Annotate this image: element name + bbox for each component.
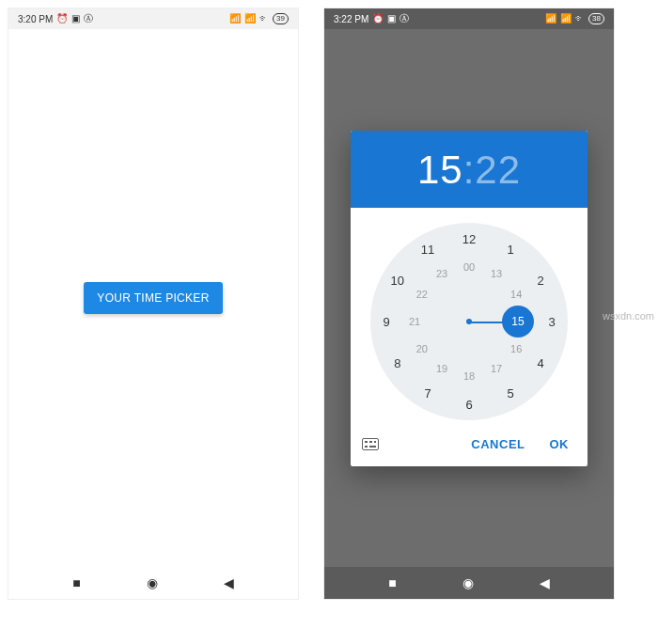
signal2-icon: 📶: [244, 14, 256, 24]
alarm-icon: ⏰: [372, 14, 384, 24]
clock-selected-knob[interactable]: 15: [502, 306, 534, 338]
hour-14[interactable]: 14: [510, 289, 522, 300]
phone-right: 3:22 PM ⏰ ▣ Ⓐ 📶 📶 ᯤ 38 15:22: [323, 8, 615, 600]
battery-icon: 39: [273, 13, 289, 24]
hour-21[interactable]: 21: [409, 316, 420, 327]
dialog-header: 15:22: [351, 131, 588, 208]
hour-22[interactable]: 22: [416, 289, 428, 300]
alarm-icon: ⏰: [56, 14, 68, 24]
hour-5[interactable]: 5: [507, 385, 513, 400]
hour-00[interactable]: 00: [463, 261, 475, 273]
screen-body: 15:22 15 1200113214315416517618719820921…: [324, 29, 614, 567]
status-bar: 3:20 PM ⏰ ▣ Ⓐ 📶 📶 ᯤ 39: [8, 8, 298, 29]
battery-icon: 38: [588, 13, 604, 24]
hour-value[interactable]: 15: [417, 148, 463, 192]
hour-1[interactable]: 1: [507, 243, 513, 257]
status-time: 3:20 PM: [18, 14, 53, 24]
signal-icon: 📶: [229, 14, 241, 24]
hour-9[interactable]: 9: [383, 314, 389, 328]
status-bar: 3:22 PM ⏰ ▣ Ⓐ 📶 📶 ᯤ 38: [324, 8, 614, 29]
signal-icon: 📶: [545, 14, 556, 24]
hour-13[interactable]: 13: [491, 268, 502, 279]
phone-left: 3:20 PM ⏰ ▣ Ⓐ 📶 📶 ᯤ 39 YOUR TIME PICKER …: [8, 8, 299, 600]
hour-7[interactable]: 7: [424, 385, 431, 400]
nav-bar: ■ ◉ ◀: [324, 567, 614, 599]
nav-bar: ■ ◉ ◀: [8, 567, 298, 599]
screen-body: YOUR TIME PICKER: [8, 29, 298, 567]
nav-recent-icon[interactable]: ■: [72, 575, 80, 590]
hour-10[interactable]: 10: [391, 273, 404, 287]
nav-recent-icon[interactable]: ■: [388, 575, 396, 590]
hour-16[interactable]: 16: [510, 343, 522, 354]
watermark: wsxdn.com: [603, 310, 654, 322]
clock-center-icon: [466, 319, 472, 324]
hour-23[interactable]: 23: [436, 268, 447, 279]
cancel-button[interactable]: CANCEL: [463, 432, 532, 457]
nav-home-icon[interactable]: ◉: [462, 575, 474, 590]
wifi-icon: ᯤ: [259, 14, 269, 24]
circle-a-icon: Ⓐ: [84, 14, 93, 24]
square-icon: ▣: [71, 14, 80, 24]
nav-back-icon[interactable]: ◀: [540, 575, 550, 590]
time-picker-dialog: 15:22 15 1200113214315416517618719820921…: [351, 131, 588, 466]
ok-button[interactable]: OK: [542, 432, 577, 457]
clock-face[interactable]: 15 1200113214315416517618719820921102211…: [370, 223, 568, 420]
circle-a-icon: Ⓐ: [400, 14, 409, 24]
hour-2[interactable]: 2: [538, 273, 544, 287]
signal2-icon: 📶: [560, 14, 572, 24]
hour-3[interactable]: 3: [548, 314, 555, 328]
time-display[interactable]: 15:22: [351, 148, 588, 193]
hour-4[interactable]: 4: [538, 355, 544, 369]
hour-12[interactable]: 12: [462, 231, 476, 245]
hour-17[interactable]: 17: [491, 363, 502, 374]
minute-value[interactable]: 22: [475, 148, 521, 192]
status-time: 3:22 PM: [334, 14, 368, 24]
nav-home-icon[interactable]: ◉: [147, 575, 158, 590]
hour-11[interactable]: 11: [421, 243, 434, 257]
hour-20[interactable]: 20: [416, 343, 428, 354]
wifi-icon: ᯤ: [575, 14, 585, 24]
dialog-body: 15 1200113214315416517618719820921102211…: [351, 208, 588, 428]
hour-18[interactable]: 18: [463, 370, 475, 382]
keyboard-icon[interactable]: [362, 438, 379, 450]
hour-6[interactable]: 6: [465, 397, 472, 411]
your-time-picker-button[interactable]: YOUR TIME PICKER: [84, 282, 222, 314]
nav-back-icon[interactable]: ◀: [224, 575, 234, 590]
hour-8[interactable]: 8: [394, 355, 400, 369]
square-icon: ▣: [387, 14, 396, 24]
hour-19[interactable]: 19: [436, 363, 447, 374]
